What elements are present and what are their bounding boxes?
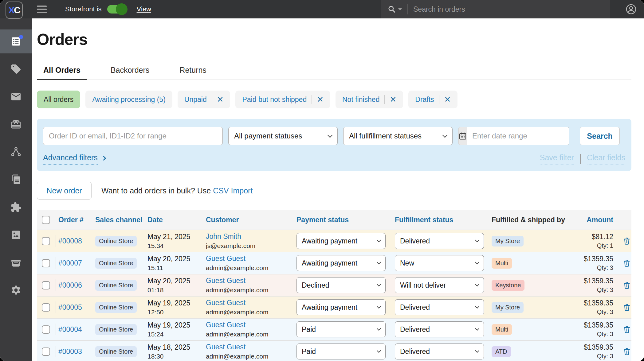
tab-returns[interactable]: Returns	[173, 66, 213, 80]
chip-all-orders[interactable]: All orders	[37, 91, 80, 108]
chevron-down-icon	[377, 326, 381, 331]
row-checkbox[interactable]	[42, 281, 50, 289]
account-button[interactable]	[626, 4, 637, 15]
order-link[interactable]: #00005	[58, 303, 82, 311]
customer-link[interactable]: Guest Guest	[206, 299, 245, 307]
chip-unpaid[interactable]: Unpaid✕	[178, 91, 230, 108]
customer-email: admin@example.com	[206, 286, 296, 294]
close-icon[interactable]: ✕	[444, 95, 451, 103]
customer-link[interactable]: Guest Guest	[206, 343, 245, 351]
fulfillment-status-select[interactable]: Will not deliver	[395, 277, 484, 293]
shipped-by-badge: Multi	[492, 258, 512, 269]
divider	[580, 154, 581, 164]
order-link[interactable]: #00003	[58, 347, 82, 355]
sidebar-item-sales-channels[interactable]	[0, 138, 32, 166]
header-amount[interactable]: Amount	[579, 216, 615, 224]
payment-status-select[interactable]: Awaiting payment	[296, 255, 386, 271]
header-channel[interactable]: Sales channel	[95, 216, 147, 224]
customer-email: js@example.com	[206, 242, 296, 250]
clear-fields-link[interactable]: Clear fields	[587, 153, 625, 165]
select-all-checkbox[interactable]	[42, 216, 50, 224]
header-order[interactable]: Order #	[58, 216, 95, 224]
close-icon[interactable]: ✕	[390, 95, 396, 103]
calendar-button[interactable]	[458, 127, 467, 145]
close-icon[interactable]: ✕	[217, 95, 224, 103]
sidebar-item-apps[interactable]	[0, 193, 32, 221]
sidebar-item-design[interactable]	[0, 221, 32, 249]
header-payment[interactable]: Payment status	[296, 216, 395, 224]
chevron-down-icon	[475, 238, 479, 242]
header-customer[interactable]: Customer	[206, 216, 296, 224]
chip-not-finished[interactable]: Not finished✕	[336, 91, 403, 108]
order-id-input[interactable]	[43, 127, 223, 145]
row-checkbox[interactable]	[42, 303, 50, 312]
sidebar-item-promotions[interactable]	[0, 111, 32, 138]
delete-order-button[interactable]	[622, 347, 631, 356]
tab-backorders[interactable]: Backorders	[104, 66, 156, 80]
payment-status-filter-select[interactable]: All payment statuses	[228, 127, 338, 145]
tab-all-orders[interactable]: All Orders	[37, 66, 87, 80]
search-scope-button[interactable]	[388, 5, 402, 13]
delete-order-button[interactable]	[622, 303, 631, 312]
fulfillment-status-select[interactable]: Delivered	[395, 321, 484, 337]
delete-order-button[interactable]	[622, 258, 631, 268]
sidebar-item-settings[interactable]	[0, 276, 32, 304]
chevron-down-icon	[377, 348, 381, 353]
storefront-toggle[interactable]	[107, 5, 126, 14]
delete-order-button[interactable]	[622, 325, 631, 334]
search-input[interactable]	[413, 5, 610, 14]
hamburger-menu-icon[interactable]	[37, 6, 47, 13]
new-order-button[interactable]: New order	[37, 182, 92, 200]
payment-status-select[interactable]: Paid	[296, 344, 386, 359]
order-link[interactable]: #00004	[58, 325, 82, 333]
chip-paid-not-shipped[interactable]: Paid but not shipped✕	[235, 91, 330, 108]
table-row: #00004 Online Store May 19, 202515:24 Gu…	[37, 318, 631, 340]
row-checkbox[interactable]	[42, 325, 50, 334]
trash-icon	[622, 325, 631, 334]
date-range-input[interactable]	[467, 127, 569, 145]
chip-drafts[interactable]: Drafts✕	[408, 91, 457, 108]
delete-order-button[interactable]	[622, 281, 631, 290]
sidebar-item-content[interactable]	[0, 166, 32, 193]
fulfillment-status-select[interactable]: Delivered	[395, 233, 484, 249]
payment-status-select[interactable]: Paid	[296, 321, 386, 337]
chip-label: Drafts	[415, 95, 434, 104]
row-checkbox[interactable]	[42, 347, 50, 356]
close-icon[interactable]: ✕	[317, 95, 324, 103]
advanced-filters-link[interactable]: Advanced filters	[43, 153, 105, 165]
customer-link[interactable]: Guest Guest	[206, 277, 245, 285]
search-button[interactable]: Search	[580, 127, 620, 145]
fulfillment-status-select[interactable]: Delivered	[395, 299, 484, 315]
order-link[interactable]: #00006	[58, 281, 82, 289]
xc-logo[interactable]: XC	[6, 2, 23, 19]
header-date[interactable]: Date	[147, 216, 206, 224]
save-filter-link[interactable]: Save filter	[540, 153, 574, 165]
sidebar-item-storefront[interactable]	[0, 249, 32, 276]
header-fulfillment[interactable]: Fulfillment status	[395, 216, 492, 224]
payment-status-select[interactable]: Awaiting payment	[296, 299, 386, 315]
fulfillment-status-select[interactable]: Delivered	[395, 344, 484, 359]
sidebar-item-catalog[interactable]	[0, 55, 32, 83]
payment-status-select[interactable]: Awaiting payment	[296, 233, 386, 249]
chip-awaiting-processing[interactable]: Awaiting processing (5)	[85, 91, 172, 108]
csv-import-link[interactable]: CSV Import	[213, 186, 253, 195]
chevron-down-icon	[475, 260, 479, 264]
sidebar-item-orders[interactable]	[0, 29, 32, 53]
customer-link[interactable]: John Smith	[206, 232, 241, 240]
order-link[interactable]: #00008	[58, 237, 82, 245]
delete-order-button[interactable]	[622, 236, 631, 246]
chevron-down-icon	[398, 8, 402, 10]
customer-link[interactable]: Guest Guest	[206, 254, 245, 262]
fulfillment-status-filter-select[interactable]: All fullfillment statuses	[343, 127, 453, 145]
order-time: 15:11	[147, 264, 206, 272]
divider	[617, 323, 617, 336]
view-storefront-link[interactable]: View	[137, 5, 151, 13]
payment-status-select[interactable]: Declined	[296, 277, 386, 293]
customer-link[interactable]: Guest Guest	[206, 321, 245, 329]
row-checkbox[interactable]	[42, 237, 50, 245]
sales-channel-badge: Online Store	[95, 346, 137, 357]
sidebar-item-mail[interactable]	[0, 83, 32, 111]
order-link[interactable]: #00007	[58, 259, 82, 267]
row-checkbox[interactable]	[42, 259, 50, 267]
fulfillment-status-select[interactable]: New	[395, 255, 484, 271]
